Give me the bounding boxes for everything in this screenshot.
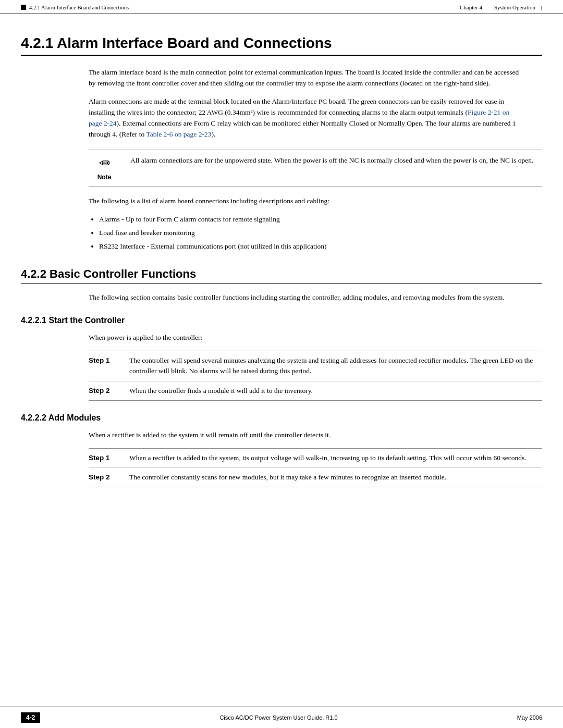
table-row: Step 1 The controller will spend several… <box>89 351 542 381</box>
step-label: Step 1 <box>89 351 125 381</box>
section-421-para2: Alarm connections are made at the termin… <box>89 96 521 140</box>
chapter-label: Chapter 4 <box>460 4 482 10</box>
table-row: Step 2 When the controller finds a modul… <box>89 381 542 400</box>
note-pencil-icon: ✏ <box>99 155 110 171</box>
steps-table-4221: Step 1 The controller will spend several… <box>89 351 542 401</box>
footer-doc-title: Cisco AC/DC Power System User Guide, R1.… <box>219 714 337 721</box>
step-text: When a rectifier is added to the system,… <box>125 448 542 467</box>
section-422-intro: The following section contains basic con… <box>89 292 521 303</box>
page-footer: 4-2 Cisco AC/DC Power System User Guide,… <box>0 707 563 728</box>
section-422-heading: 4.2.2 Basic Controller Functions <box>21 267 542 284</box>
step-text: The controller will spend several minute… <box>125 351 542 381</box>
main-content: 4.2.1 Alarm Interface Board and Connecti… <box>0 14 563 534</box>
header-right: Chapter 4 System Operation | <box>460 4 542 10</box>
para2-text-1: Alarm connections are made at the termin… <box>89 97 504 116</box>
para2-text-3: ). <box>211 130 215 138</box>
bullet-item: RS232 Interface - External communication… <box>99 241 521 252</box>
table-row: Step 1 When a rectifier is added to the … <box>89 448 542 467</box>
note-label: Note <box>97 174 112 181</box>
table-row: Step 2 The controller constantly scans f… <box>89 468 542 487</box>
alarm-bullet-list: Alarms - Up to four Form C alarm contact… <box>99 214 521 252</box>
step-label: Step 2 <box>89 468 125 487</box>
note-icon-area: ✏ Note <box>89 155 120 181</box>
table-link[interactable]: Table 2-6 on page 2-23 <box>146 130 211 138</box>
page-header: ■ 4.2.1 Alarm Interface Board and Connec… <box>0 0 563 14</box>
header-breadcrumb: 4.2.1 Alarm Interface Board and Connecti… <box>29 5 129 10</box>
section-4222-intro: When a rectifier is added to the system … <box>89 430 521 441</box>
section-421-heading: 4.2.1 Alarm Interface Board and Connecti… <box>21 35 542 56</box>
section-label: System Operation <box>494 4 535 10</box>
footer-date: May 2006 <box>517 714 542 721</box>
note-content: All alarm connections are for the unpowe… <box>130 155 542 166</box>
note-box: ✏ Note All alarm connections are for the… <box>89 150 542 187</box>
step-text: When the controller finds a module it wi… <box>125 381 542 400</box>
section-421-para1: The alarm interface board is the main co… <box>89 67 521 89</box>
section-4221-intro: When power is applied to the controller: <box>89 332 521 343</box>
page-number: 4-2 <box>21 712 40 723</box>
section-4222-heading: 4.2.2.2 Add Modules <box>21 413 542 423</box>
step-text: The controller constantly scans for new … <box>125 468 542 487</box>
section-421-intro: The following is a list of alarm board c… <box>89 196 521 207</box>
bullet-item: Alarms - Up to four Form C alarm contact… <box>99 214 521 225</box>
steps-table-4222: Step 1 When a rectifier is added to the … <box>89 448 542 488</box>
step-label: Step 1 <box>89 448 125 467</box>
step-label: Step 2 <box>89 381 125 400</box>
section-4221-heading: 4.2.2.1 Start the Controller <box>21 316 542 325</box>
header-left: ■ 4.2.1 Alarm Interface Board and Connec… <box>21 5 129 10</box>
bullet-item: Load fuse and breaker monitoring <box>99 227 521 239</box>
header-square-icon: ■ <box>21 5 26 10</box>
